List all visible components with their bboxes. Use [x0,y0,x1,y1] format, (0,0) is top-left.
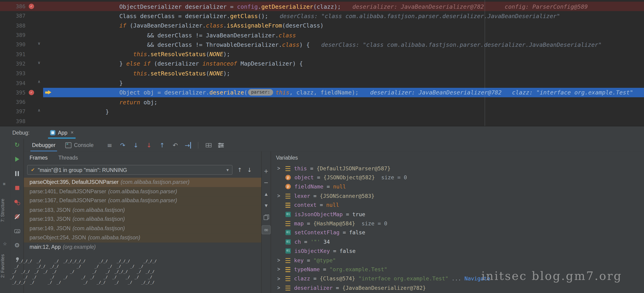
code-line-content[interactable]: this.setResolveStatus(NONE); [43,68,644,78]
code-line-content[interactable]: ObjectDeserializer deserializer = config… [43,1,644,11]
frame-row[interactable]: parse:193, JSON(com.alibaba.fastjson) [24,215,261,224]
step-over-icon[interactable]: ↷ [119,142,126,148]
line-number[interactable]: 396 [0,99,43,105]
line-number[interactable]: 397 [0,108,43,115]
copy-stack-icon[interactable] [263,214,270,221]
line-number[interactable]: 392 [0,61,43,67]
line-number[interactable]: 398 [0,118,43,124]
tab-app[interactable]: App × [46,126,78,139]
expand-chevron-icon[interactable]: > [277,165,286,172]
filter-settings-icon[interactable] [218,142,224,148]
stripe-structure[interactable]: 7: Structure [0,188,11,233]
code-line[interactable]: 386✓ObjectDeserializer deserializer = co… [0,1,644,11]
variable-row[interactable]: 01isObjectKey = false [271,247,644,256]
fold-marker-icon[interactable]: ∧ [38,108,40,113]
code-line[interactable]: 398 [0,116,644,126]
previous-frame-icon[interactable]: ↑ [237,167,242,173]
resume-icon[interactable] [14,156,20,163]
code-line-content[interactable]: this.setResolveStatus(NONE); [43,49,644,59]
frame-row[interactable]: parse:183, JSON(com.alibaba.fastjson) [24,205,261,215]
expand-chevron-icon[interactable]: > [277,193,286,199]
expand-chevron-icon[interactable]: > [277,257,286,264]
code-line[interactable]: 387Class deserClass = deserializer.getCl… [0,11,644,21]
structure-icon[interactable]: ≡ [3,181,6,186]
variable-row[interactable]: map = {HashMap@584} size = 0 [271,219,644,228]
chevron-down-icon[interactable]: ▾ [226,167,229,172]
step-into-icon[interactable]: ↓ [132,142,140,148]
expand-chevron-icon[interactable]: > [277,285,286,291]
step-out-icon[interactable]: ↑ [158,142,166,148]
stripe-favorites[interactable]: 2: Favorites [0,246,11,286]
frame-row[interactable]: parse:1367, DefaultJSONParser(com.alibab… [24,196,261,205]
evaluate-expression-icon[interactable] [206,142,212,148]
stop-icon[interactable] [14,185,20,191]
code-line-content[interactable]: Object obj = deserializer.deserialze(par… [43,88,644,97]
tab-console[interactable]: Console [60,139,98,151]
screenshot-icon[interactable] [14,228,20,234]
code-line[interactable]: 396return obj; [0,97,644,107]
force-step-into-icon[interactable]: ↓ [145,142,152,148]
watch-return-values-icon[interactable]: ∞ [264,227,268,233]
variable-row[interactable]: >key = "@type" [271,256,644,265]
code-line[interactable]: 393this.setResolveStatus(NONE); [0,68,644,78]
tab-threads[interactable]: Threads [58,155,78,161]
view-breakpoints-icon[interactable] [14,199,20,206]
code-line-content[interactable]: } else if (deserializer instanceof MapDe… [43,59,644,68]
scroll-down-icon[interactable]: ▼ [264,202,268,209]
thread-selector[interactable]: ✔ "main"@1 in group "main": RUNNING ▾ [27,165,232,175]
hamburger-menu-icon[interactable]: ≡ [106,142,113,148]
fold-marker-icon[interactable]: ∧ [38,79,40,84]
frame-row[interactable]: parseObject:395, DefaultJSONParser(com.a… [24,178,261,187]
mute-breakpoints-icon[interactable] [14,214,20,220]
code-line[interactable]: 395✓Object obj = deserializer.deserialze… [0,88,644,97]
line-number[interactable]: 395 [0,89,43,96]
code-line[interactable]: 394∧} [0,78,644,88]
expand-chevron-icon[interactable]: > [277,266,286,273]
frame-row[interactable]: parse:1401, DefaultJSONParser(com.alibab… [24,187,261,196]
code-line-content[interactable]: && deserClass != ThrowableDeserializer.c… [43,40,644,49]
variable-row[interactable]: context = null [271,200,644,210]
frame-row[interactable]: parse:149, JSON(com.alibaba.fastjson) [24,224,261,233]
line-number[interactable]: 390 [0,41,43,48]
variable-row[interactable]: >deserializer = {JavaBeanDeserializer@78… [271,283,644,292]
code-line-content[interactable]: return obj; [43,97,644,107]
close-icon[interactable]: × [71,130,74,135]
add-watch-icon[interactable]: + [264,168,268,174]
watch-return-values-icon-active-box[interactable]: ∞ [262,225,270,234]
code-line[interactable]: 389&& deserClass != JavaBeanDeserializer… [0,30,644,40]
code-line-content[interactable]: } [43,78,644,88]
pause-icon[interactable] [14,170,20,177]
variable-row[interactable]: 01isJsonObjectMap = true [271,210,644,219]
tab-frames[interactable]: Frames [30,155,48,161]
breakpoint-icon[interactable]: ✓ [29,90,34,95]
code-line-content[interactable]: Class deserClass = deserializer.getClass… [43,11,644,21]
next-frame-icon[interactable]: ↓ [247,167,252,173]
expand-chevron-icon[interactable]: > [277,275,286,282]
frame-row[interactable]: parseObject:254, JSON(com.alibaba.fastjs… [24,233,261,242]
line-number[interactable]: 389 [0,32,43,38]
line-number[interactable]: 394 [0,80,43,86]
code-line[interactable]: 392∨} else if (deserializer instanceof M… [0,59,644,68]
code-line[interactable]: 397∧} [0,107,644,116]
settings-icon[interactable]: ⚙ [14,242,20,249]
favorites-icon[interactable]: ☆ [3,241,7,247]
variable-row[interactable]: 01ch = '"' 34 [271,237,644,247]
variable-row[interactable]: >lexer = {JSONScanner@583} [271,191,644,200]
scroll-up-icon[interactable]: ▲ [264,191,268,197]
variable-row[interactable]: pobject = {JSONObject@582} size = 0 [271,173,644,182]
line-number[interactable]: 391 [0,51,43,57]
code-line-content[interactable]: } [43,107,644,116]
code-line[interactable]: 390∨&& deserClass != ThrowableDeserializ… [0,40,644,49]
code-line-content[interactable]: if (JavaBeanDeserializer.class.isAssigna… [43,21,644,30]
frame-row[interactable]: main:12, App(org.example) [24,242,261,252]
code-line[interactable]: 391this.setResolveStatus(NONE); [0,49,644,59]
variable-row[interactable]: pfieldName = null [271,182,644,191]
breakpoint-icon[interactable]: ✓ [29,4,34,9]
variable-row[interactable]: 01setContextFlag = false [271,228,644,237]
code-line-content[interactable]: && deserClass != JavaBeanDeserializer.cl… [43,30,644,40]
editor[interactable]: 386✓ObjectDeserializer deserializer = co… [0,0,644,126]
line-number[interactable]: 386 [0,3,43,10]
fold-marker-icon[interactable]: ∨ [38,60,40,65]
line-number[interactable]: 388 [0,22,43,29]
code-line[interactable]: 388if (JavaBeanDeserializer.class.isAssi… [0,21,644,30]
